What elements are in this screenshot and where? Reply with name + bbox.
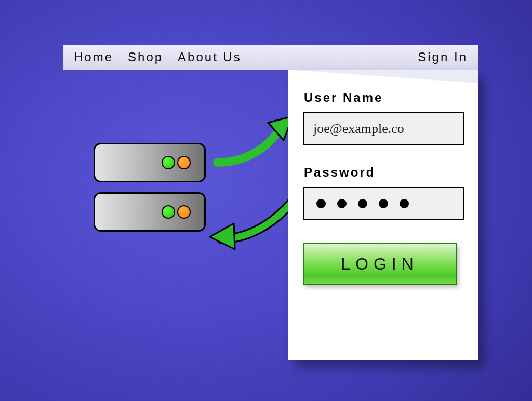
server-icon: [94, 143, 206, 182]
password-label: Password: [304, 165, 478, 180]
svg-marker-1: [210, 223, 235, 249]
username-label: User Name: [304, 90, 478, 105]
password-dot-icon: [316, 199, 326, 208]
nav-bar: Home Shop About Us Sign In: [63, 45, 478, 70]
password-input[interactable]: [303, 187, 464, 220]
password-dot-icon: [358, 199, 367, 208]
login-button[interactable]: LOGIN: [303, 243, 457, 285]
password-dot-icon: [400, 199, 409, 208]
password-mask: [313, 199, 409, 208]
nav-left-group: Home Shop About Us: [74, 50, 242, 64]
login-panel: User Name joe@example.co Password LOGIN: [288, 70, 478, 360]
status-led-orange-icon: [177, 156, 191, 169]
server-icon: [94, 192, 206, 232]
status-led-orange-icon: [177, 205, 191, 219]
username-value: joe@example.co: [313, 121, 404, 137]
status-led-green-icon: [162, 205, 175, 219]
username-input[interactable]: joe@example.co: [303, 112, 464, 145]
nav-shop[interactable]: Shop: [128, 50, 163, 64]
status-led-green-icon: [162, 156, 175, 169]
password-dot-icon: [337, 199, 347, 208]
nav-about-us[interactable]: About Us: [178, 50, 242, 64]
nav-sign-in[interactable]: Sign In: [418, 50, 468, 64]
diagram-stage: Home Shop About Us Sign In User Name joe…: [0, 0, 532, 401]
arrow-to-server-icon: [207, 113, 295, 176]
password-dot-icon: [379, 199, 388, 208]
nav-home[interactable]: Home: [74, 50, 113, 64]
arrow-from-server-icon: [207, 192, 300, 260]
